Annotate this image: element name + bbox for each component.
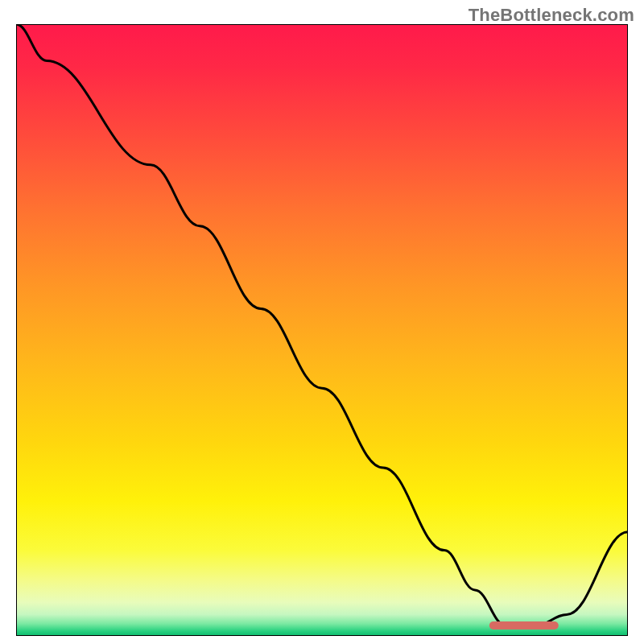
chart-container: TheBottleneck.com (0, 0, 644, 644)
chart-svg (16, 24, 628, 636)
gradient-background (16, 24, 628, 636)
plot-area (16, 24, 628, 636)
watermark-text: TheBottleneck.com (469, 5, 634, 26)
